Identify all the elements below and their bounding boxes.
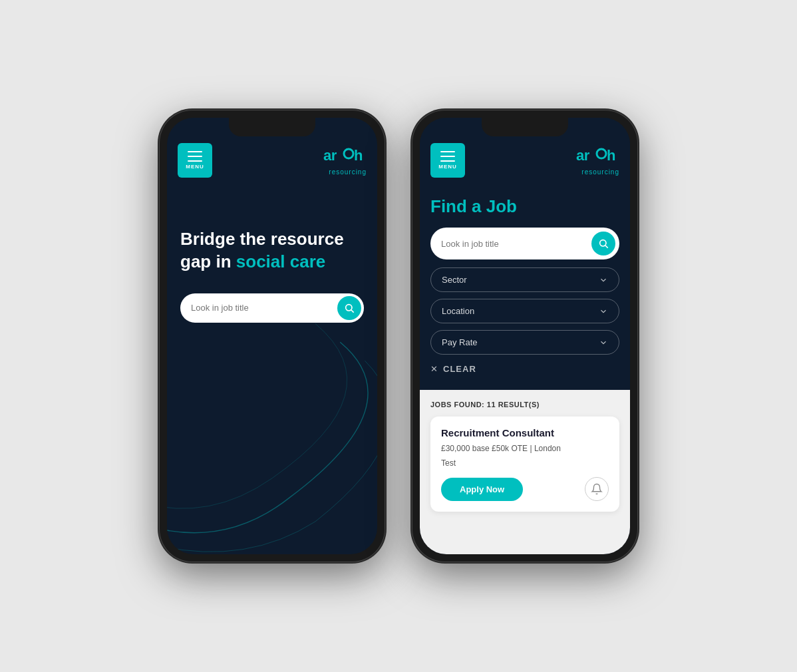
job-tag: Test [441,458,609,468]
hero-line2: gap in [180,252,232,271]
hero-line1: Bridge the resource [180,229,344,249]
search-button-1[interactable] [337,296,361,320]
search-button-2[interactable] [591,232,615,255]
search-input-1[interactable] [191,303,337,313]
job-card: Recruitment Consultant £30,000 base £50k… [430,417,619,512]
notification-button[interactable] [585,477,609,501]
phone-1-screen: MENU ar h resourcing Bridge the resource… [167,118,377,554]
logo-arch-1: ar h [323,151,367,168]
search-bar-2[interactable] [430,228,619,259]
svg-text:h: h [607,147,615,164]
search-icon-1 [344,303,355,313]
sector-chevron-icon [599,275,608,285]
hero-content: Bridge the resource gap in social care [167,188,377,336]
results-count: JOBS FOUND: 11 RESULT(S) [430,401,619,409]
location-label: Location [442,306,474,316]
location-dropdown[interactable]: Location [430,299,619,323]
logo-arch-2: ar h [576,151,619,168]
menu-line-3 [188,160,202,162]
bell-icon [591,483,603,495]
hero-text: Bridge the resource gap in social care [180,228,364,273]
svg-line-9 [605,246,608,248]
find-job-title: Find a Job [430,188,619,228]
card-footer: Apply Now [441,477,609,501]
menu-button-1[interactable]: MENU [178,143,212,178]
logo-resourcing-1: resourcing [323,168,367,176]
svg-text:ar: ar [576,147,590,164]
menu-label-2: MENU [438,164,457,170]
pay-rate-dropdown[interactable]: Pay Rate [430,330,619,355]
svg-point-3 [346,304,352,310]
notch-2 [482,118,568,136]
search-bar-1[interactable] [180,293,364,323]
logo-1: ar h resourcing [323,146,367,176]
phone-2: MENU ar h resourcing Find a Job [412,110,638,562]
notch-1 [229,118,315,136]
job-salary: £30,000 base £50k OTE [441,444,528,453]
location-chevron-icon [599,307,608,316]
hero-highlight: social care [236,252,325,271]
clear-button[interactable]: ✕ CLEAR [430,361,619,377]
clear-x-icon: ✕ [430,364,438,374]
job-title: Recruitment Consultant [441,427,609,438]
phone-2-screen: MENU ar h resourcing Find a Job [420,118,630,554]
menu-line-2 [188,156,202,157]
svg-point-6 [597,149,606,158]
logo-resourcing-2: resourcing [576,168,619,176]
menu-line-4 [440,151,455,152]
svg-text:ar: ar [323,147,337,164]
svg-point-8 [600,240,606,246]
pay-rate-chevron-icon [599,338,608,347]
svg-text:h: h [354,147,363,164]
clear-label: CLEAR [443,364,476,374]
menu-line-1 [188,151,202,152]
menu-line-5 [440,156,455,157]
job-location: London [534,444,561,453]
results-section: JOBS FOUND: 11 RESULT(S) Recruitment Con… [420,390,630,554]
pay-rate-label: Pay Rate [442,337,477,347]
job-meta: £30,000 base £50k OTE | London [441,444,609,453]
phone-1: MENU ar h resourcing Bridge the resource… [159,110,385,562]
phone-2-top: MENU ar h resourcing Find a Job [420,118,630,390]
sector-label: Sector [442,275,467,285]
menu-line-6 [440,160,455,162]
logo-2: ar h resourcing [576,146,619,176]
search-icon-2 [598,238,609,249]
sector-dropdown[interactable]: Sector [430,267,619,292]
apply-now-button[interactable]: Apply Now [441,478,523,501]
menu-label-1: MENU [186,164,204,170]
svg-line-4 [351,310,354,313]
svg-point-1 [344,149,353,158]
search-input-2[interactable] [441,239,591,249]
menu-button-2[interactable]: MENU [430,143,465,178]
